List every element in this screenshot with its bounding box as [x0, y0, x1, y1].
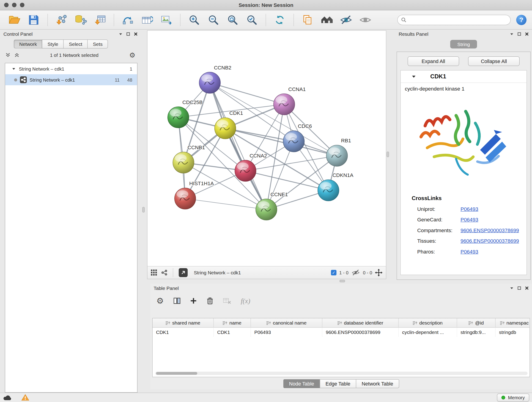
pan-move-icon[interactable] — [375, 269, 383, 276]
collapse-all-button[interactable]: Collapse All — [468, 56, 520, 66]
zoom-in-icon[interactable] — [187, 13, 201, 27]
column-header-description[interactable]: description — [399, 318, 457, 327]
crosslink-value-link[interactable]: P06493 — [461, 249, 478, 255]
save-session-icon[interactable] — [27, 13, 41, 27]
add-row-icon[interactable] — [190, 298, 197, 304]
maximize-panel-icon[interactable] — [518, 32, 521, 36]
show-all-eye-icon[interactable] — [359, 13, 372, 27]
table-data-row[interactable]: CDK1CDK1P064939606.ENSP00000378699cyclin… — [152, 328, 530, 337]
import-network-from-database-icon[interactable] — [74, 13, 88, 27]
node-label-CCNB2: CCNB2 — [214, 65, 231, 70]
table-cell[interactable]: P06493 — [251, 328, 322, 337]
delete-trash-icon[interactable] — [206, 297, 213, 305]
table-cell[interactable]: CDK1 — [214, 328, 251, 337]
hide-selected-eye-slash-icon[interactable] — [339, 13, 353, 27]
collapse-all-icon[interactable] — [6, 53, 10, 57]
network-edge-CCNB2-CCNA1[interactable] — [210, 83, 284, 104]
tab-sets[interactable]: Sets — [88, 40, 108, 49]
tab-network[interactable]: Network — [14, 40, 42, 49]
close-panel-icon[interactable] — [134, 32, 138, 36]
node-label-CDKN1A: CDKN1A — [332, 172, 353, 178]
delete-table-icon[interactable] — [223, 298, 231, 304]
float-panel-icon[interactable] — [510, 287, 513, 289]
cloud-icon[interactable] — [3, 394, 12, 401]
search-box[interactable] — [397, 15, 511, 25]
tab-edge-table[interactable]: Edge Table — [320, 379, 356, 388]
copy-documents-icon[interactable] — [301, 13, 315, 27]
apply-layout-icon[interactable] — [121, 13, 135, 27]
column-header-namespac[interactable]: namespac — [496, 318, 532, 327]
crosslink-value-link[interactable]: 9606.ENSP00000378699 — [461, 227, 519, 233]
maximize-panel-icon[interactable] — [127, 32, 130, 36]
horizontal-scrollbar[interactable] — [155, 372, 528, 375]
float-panel-icon[interactable] — [119, 33, 122, 35]
hidden-eye-slash-icon[interactable] — [351, 269, 360, 276]
network-collection-row[interactable]: String Network – cdk1 1 — [5, 63, 137, 74]
column-header-id[interactable]: @id — [457, 318, 496, 327]
protein-card-header[interactable]: CDK1 — [401, 70, 526, 83]
network-glyph-icon[interactable] — [161, 269, 167, 276]
memory-button[interactable]: Memory — [497, 394, 529, 402]
table-cell[interactable]: CDK1 — [152, 328, 214, 337]
tab-string[interactable]: String — [450, 40, 477, 49]
tree-expand-icon[interactable] — [12, 68, 16, 70]
tab-network-table[interactable]: Network Table — [356, 379, 399, 388]
import-network-from-file-icon[interactable] — [55, 13, 69, 27]
close-panel-icon[interactable] — [525, 287, 529, 290]
node-label-HIST1H1A: HIST1H1A — [189, 181, 214, 186]
gear-icon[interactable]: ⚙ — [129, 51, 135, 59]
column-header-canonical-name[interactable]: canonical name — [251, 318, 322, 327]
vertical-splitter-handle[interactable] — [387, 152, 389, 157]
help-icon[interactable]: ? — [516, 15, 526, 25]
import-table-icon[interactable] — [93, 13, 107, 27]
network-table-icon[interactable] — [140, 13, 154, 27]
tab-select[interactable]: Select — [63, 40, 88, 49]
horizontal-splitter-handle[interactable] — [340, 280, 345, 282]
network-edge-HIST1H1A-CCNE1[interactable] — [185, 198, 266, 210]
selected-counts: 1 - 0 — [339, 270, 348, 275]
network-view-title: String Network – cdk1 — [194, 270, 241, 275]
collapse-section-icon[interactable] — [412, 75, 416, 78]
warning-icon[interactable] — [21, 394, 29, 401]
open-in-window-button[interactable] — [179, 268, 188, 277]
crosslink-row-compartments: Compartments:9606.ENSP00000378699 — [412, 225, 526, 236]
search-input[interactable] — [409, 17, 507, 23]
close-panel-icon[interactable] — [525, 32, 529, 36]
network-row-selected[interactable]: String Network – cdk1 11 48 — [5, 74, 137, 85]
zoom-selected-icon[interactable] — [245, 13, 259, 27]
crosslink-value-link[interactable]: 9606.ENSP00000378699 — [461, 238, 519, 244]
table-cell[interactable]: cyclin-dependent ... — [399, 328, 457, 337]
function-builder-icon[interactable]: f(x) — [241, 297, 250, 305]
tab-style[interactable]: Style — [42, 40, 63, 49]
network-edge-CCNA2-CDKN1A[interactable] — [245, 171, 328, 190]
crosslink-value-link[interactable]: P06493 — [461, 217, 478, 223]
scrollbar-thumb[interactable] — [156, 372, 197, 375]
expand-all-icon[interactable] — [14, 53, 19, 57]
selected-checkbox-icon[interactable]: ✓ — [331, 270, 336, 275]
table-cell[interactable]: stringdb:9... — [457, 328, 496, 337]
grid-view-icon[interactable] — [151, 269, 157, 276]
table-cell[interactable]: 9606.ENSP00000378699 — [322, 328, 399, 337]
refresh-icon[interactable] — [273, 13, 287, 27]
network-view-canvas[interactable]: CCNB2CCNA1CDC25BCDK1CDC6RB1CCNB1CCNA2CDK… — [147, 30, 386, 267]
current-network-bullet — [14, 78, 17, 81]
show-columns-icon[interactable] — [173, 298, 180, 304]
table-cell[interactable]: stringdb — [496, 328, 532, 337]
zoom-out-icon[interactable] — [207, 13, 220, 27]
open-session-icon[interactable] — [7, 13, 21, 27]
crosslink-value-link[interactable]: P06493 — [461, 206, 478, 212]
houses-icon[interactable] — [320, 13, 334, 27]
vertical-splitter-handle[interactable] — [142, 207, 145, 212]
maximize-panel-icon[interactable] — [518, 287, 521, 290]
expand-all-button[interactable]: Expand All — [408, 56, 459, 66]
zoom-fit-icon[interactable] — [226, 13, 240, 27]
export-image-icon[interactable] — [159, 13, 173, 27]
float-panel-icon[interactable] — [510, 33, 513, 35]
column-header-database-identifier[interactable]: database identifier — [322, 318, 399, 327]
tab-node-table[interactable]: Node Table — [283, 379, 320, 388]
column-header-shared-name[interactable]: shared name — [152, 318, 214, 327]
table-settings-gear-icon[interactable]: ⚙ — [157, 296, 164, 306]
results-panel-title: Results Panel — [399, 32, 428, 37]
column-header-name[interactable]: name — [214, 318, 251, 327]
network-edge-CCNB2-CCNE1[interactable] — [210, 83, 266, 210]
